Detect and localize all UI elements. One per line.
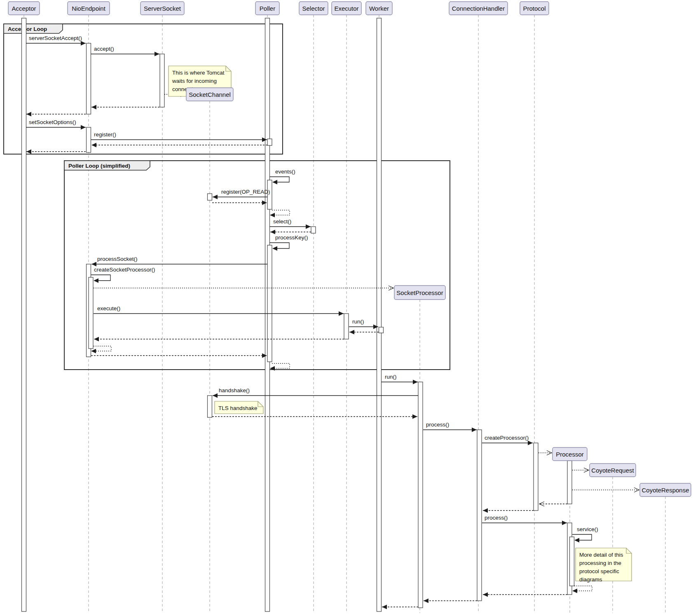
message-processkey: processKey() — [270, 234, 308, 251]
message-create — [538, 451, 552, 455]
message-serversocketaccept: serverSocketAccept() — [26, 35, 86, 46]
participant-label: Protocol — [523, 5, 546, 12]
arrowhead — [270, 230, 275, 234]
arrowhead — [91, 349, 96, 354]
participant-socketchannel: SocketChannel — [186, 88, 233, 101]
participant-coyoterequest: CoyoteRequest — [590, 464, 636, 477]
participant-label: ServerSocket — [144, 5, 181, 12]
arrowhead — [472, 428, 477, 432]
message-handshake: handshake() — [213, 387, 418, 398]
arrowhead — [413, 380, 418, 384]
message-return — [349, 330, 379, 335]
message-label: run() — [385, 374, 397, 380]
message-line — [572, 534, 592, 540]
activation-bar — [267, 139, 272, 145]
participant-serversocket: ServerSocket — [140, 2, 184, 15]
message-label: handshake() — [219, 387, 250, 393]
message-return — [270, 230, 311, 234]
activation-bar — [570, 537, 574, 586]
message-return — [91, 105, 159, 110]
message-label: select() — [273, 218, 291, 225]
arrowhead — [26, 112, 31, 117]
activation-bar — [377, 18, 382, 611]
sequence-diagram: Acceptor LoopPoller Loop (simplified)ser… — [0, 0, 693, 616]
message-process: process() — [423, 422, 477, 432]
activation-bar — [379, 327, 384, 333]
message-createsocketprocessor: createSocketProcessor() — [91, 267, 155, 283]
activation-bar — [87, 127, 91, 152]
arrowhead — [272, 246, 277, 251]
message-return — [26, 150, 86, 154]
activation-bar — [311, 227, 316, 233]
message-return — [424, 599, 477, 603]
message-process: process() — [482, 515, 567, 525]
message-label: register() — [94, 131, 116, 138]
participant-label: NioEndpoint — [72, 5, 106, 12]
participant-label: Acceptor — [12, 5, 36, 12]
arrowhead — [213, 195, 218, 199]
message-register-op-read: register(OP_READ) — [213, 189, 270, 199]
message-selfreturn — [572, 586, 592, 593]
message-line — [270, 243, 289, 248]
frame-title: Poller Loop (simplified) — [68, 163, 130, 169]
message-run: run() — [349, 319, 378, 329]
participant-protocol: Protocol — [520, 2, 549, 15]
activation-bar — [89, 277, 93, 349]
participant-selector: Selector — [299, 2, 328, 15]
participant-processor: Processor — [553, 447, 587, 461]
message-label: register(OP_READ) — [221, 189, 270, 195]
participant-label: ConnectionHandler — [452, 5, 505, 12]
activation-bar — [344, 314, 349, 339]
message-selfreturn — [91, 346, 111, 354]
activation-bar — [477, 430, 482, 601]
participant-coyoteresponse: CoyoteResponse — [640, 483, 691, 497]
arrowhead — [213, 393, 218, 398]
note: TLS handshake — [215, 401, 263, 414]
message-label: setSocketOptions() — [29, 119, 76, 125]
message-create — [94, 286, 393, 290]
message-label: run() — [352, 319, 364, 325]
message-return — [212, 201, 267, 205]
participant-label: Poller — [260, 5, 275, 12]
arrowhead — [91, 262, 96, 267]
frame-title: Acceptor Loop — [8, 26, 47, 32]
participant-label: SocketProcessor — [396, 289, 443, 296]
message-register: register() — [91, 131, 267, 142]
message-return — [539, 502, 567, 506]
note-text: More detail of this — [579, 552, 623, 558]
participant-socketprocessor: SocketProcessor — [394, 286, 445, 300]
participant-label: CoyoteRequest — [591, 467, 634, 474]
arrowhead — [270, 213, 275, 218]
arrowhead — [94, 337, 99, 342]
activation-bar — [208, 194, 212, 200]
note-text: TLS handshake — [218, 405, 258, 411]
sequence-diagram-svg: Acceptor LoopPoller Loop (simplified)ser… — [0, 0, 693, 616]
activation-bar — [267, 245, 272, 362]
note: More detail of thisprocessing in theprot… — [576, 548, 632, 583]
message-return — [212, 415, 417, 419]
message-run: run() — [382, 374, 418, 384]
participant-worker: Worker — [366, 2, 392, 15]
message-label: processSocket() — [97, 256, 138, 262]
arrowhead — [81, 125, 86, 130]
activation-bar — [208, 396, 212, 417]
message-label: createProcessor() — [485, 435, 529, 441]
message-execute: execute() — [94, 305, 344, 316]
arrowhead — [339, 312, 344, 316]
arrowhead — [483, 508, 488, 513]
message-service: service() — [572, 526, 598, 543]
activation-bar — [534, 443, 538, 511]
message-setsocketoptions: setSocketOptions() — [26, 119, 86, 130]
participant-connectionhandler: ConnectionHandler — [449, 2, 508, 15]
message-label: service() — [577, 526, 598, 532]
activation-bar — [87, 43, 91, 114]
note-text: processing in the — [579, 560, 621, 566]
participant-executor: Executor — [332, 2, 361, 15]
activation-bar — [160, 54, 164, 107]
message-label: process() — [426, 422, 449, 428]
note-text: protocol specific — [579, 568, 619, 574]
message-events: events() — [270, 169, 295, 185]
participant-acceptor: Acceptor — [8, 2, 40, 15]
message-label: process() — [485, 515, 508, 521]
message-line — [270, 177, 289, 182]
